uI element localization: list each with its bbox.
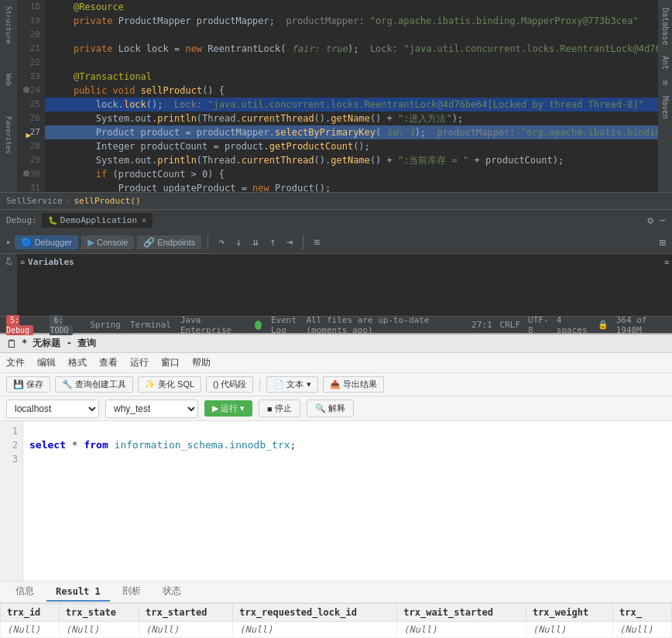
- demo-application-tab[interactable]: 🐛 DemoApplication ×: [42, 213, 153, 228]
- line-num-19: 19: [17, 14, 45, 28]
- code-area: Structure Web Favorites 18 19 20 21 22 2…: [0, 0, 672, 192]
- run-button[interactable]: ▶ 运行 ▾: [204, 400, 252, 417]
- sql-results: 信息 Result 1 剖析 状态 trx_id trx_state trx_s…: [0, 581, 672, 638]
- query-builder-button[interactable]: 🔧 查询创建工具: [55, 376, 133, 393]
- breadcrumb-method: sellProduct(): [74, 196, 140, 206]
- text-button[interactable]: 📄 文本 ▾: [266, 376, 317, 393]
- debugger-button[interactable]: 🔵 Debugger: [15, 235, 78, 249]
- debug-settings: ⚙ −: [647, 214, 666, 226]
- code-snippet-button[interactable]: () 代码段: [206, 376, 253, 393]
- debug-badge[interactable]: 5: Debug: [6, 315, 40, 335]
- line-num-21: 21: [17, 42, 45, 56]
- code-lines: @Resource private ProductMapper productM…: [45, 0, 658, 192]
- beautify-sql-button[interactable]: ✨ 美化 SQL: [138, 376, 201, 393]
- cell-trx-weight: (Null): [526, 622, 612, 638]
- dbg-right-icons: ⊞: [660, 236, 666, 249]
- sql-line-numbers: 1 2 3: [0, 421, 23, 581]
- col-trx-wait-started: trx_wait_started: [397, 604, 526, 622]
- sql-code-line-3: [29, 452, 666, 466]
- line-num-23: 23: [17, 70, 45, 84]
- status-encoding[interactable]: UTF-8: [528, 315, 549, 335]
- menu-format[interactable]: 格式: [68, 356, 87, 369]
- maven-tab[interactable]: Maven: [660, 91, 671, 124]
- var-settings-icon[interactable]: ≡: [664, 258, 669, 266]
- endpoints-icon: 🔗: [143, 237, 155, 248]
- favorites-tab[interactable]: Favorites: [2, 111, 15, 158]
- status-crlf[interactable]: CRLF: [500, 320, 521, 330]
- event-log-label[interactable]: Event Log: [271, 315, 307, 335]
- query-builder-label: 查询创建工具: [75, 379, 126, 390]
- breadcrumb: SellService › sellProduct(): [0, 192, 672, 209]
- menu-view[interactable]: 查看: [99, 356, 118, 369]
- step-into-icon[interactable]: ↓: [231, 235, 245, 249]
- result1-tab[interactable]: Result 1: [46, 583, 110, 602]
- status-left: 5: Debug 6: TODO Spring Terminal Java En…: [6, 315, 306, 335]
- menu-help[interactable]: 帮助: [192, 356, 211, 369]
- menu-edit[interactable]: 编辑: [37, 356, 56, 369]
- code-line-24: public void sellProduct() {: [45, 84, 658, 98]
- code-line-23: @Transactional: [45, 70, 658, 84]
- beautify-icon: ✨: [145, 379, 156, 389]
- cell-trx-requested-lock-id: (Null): [233, 622, 397, 638]
- sql-table-area: trx_id trx_state trx_started trx_request…: [0, 603, 672, 638]
- variables-title: Variables: [28, 257, 74, 267]
- debug-badge-label[interactable]: 5: Debug: [6, 315, 33, 335]
- explain-button[interactable]: 🔍 解释: [307, 400, 354, 417]
- force-step-into-icon[interactable]: ⇊: [249, 235, 262, 249]
- profiling-tab[interactable]: 剖析: [113, 581, 150, 602]
- m-tab[interactable]: m: [660, 76, 671, 90]
- code-line-26: System.out.println(Thread.currentThread(…: [45, 111, 658, 125]
- status-tab[interactable]: 状态: [153, 581, 190, 602]
- terminal-label[interactable]: Terminal: [130, 320, 171, 330]
- console-button[interactable]: ▶ Console: [81, 235, 134, 249]
- sql-line-num-2: 2: [0, 438, 22, 452]
- menu-file[interactable]: 文件: [6, 356, 25, 369]
- layout-icon[interactable]: ⊞: [660, 236, 666, 249]
- debug-tabbar: Debug: 🐛 DemoApplication × ⚙ −: [0, 209, 672, 231]
- export-button[interactable]: 📤 导出结果: [323, 376, 384, 393]
- run-label: 运行 ▾: [221, 403, 245, 414]
- todo-badge[interactable]: 6: TODO: [50, 315, 81, 335]
- database-tab[interactable]: Database: [660, 3, 671, 50]
- line-num-20: 20: [17, 28, 45, 42]
- evaluate-icon[interactable]: ≡: [310, 235, 324, 249]
- line-num-22: 22: [17, 56, 45, 70]
- ant-tab[interactable]: Ant: [660, 51, 671, 74]
- endpoints-button[interactable]: 🔗 Endpoints: [137, 235, 201, 249]
- status-indent[interactable]: 4 spaces: [557, 315, 590, 335]
- todo-badge-label[interactable]: 6: TODO: [50, 315, 72, 335]
- status-bar: 5: Debug 6: TODO Spring Terminal Java En…: [0, 316, 672, 333]
- ide-section: Structure Web Favorites 18 19 20 21 22 2…: [0, 0, 672, 333]
- var-sidebar-label[interactable]: ≡2: [5, 257, 12, 266]
- settings-icon[interactable]: ⚙: [647, 214, 653, 226]
- info-tab[interactable]: 信息: [6, 581, 43, 602]
- sql-toolbar: 💾 保存 🔧 查询创建工具 ✨ 美化 SQL () 代码段 📄 文本 ▾ 📤 导…: [0, 373, 672, 396]
- status-right: All files are up-to-date (moments ago) 2…: [306, 315, 666, 335]
- app-name: DemoApplication: [60, 215, 137, 225]
- step-over-icon[interactable]: ↷: [214, 235, 228, 249]
- tab-close-icon[interactable]: ×: [142, 216, 146, 225]
- host-select[interactable]: localhost: [6, 400, 99, 418]
- database-select[interactable]: why_test: [105, 400, 198, 418]
- java-enterprise-label[interactable]: Java Enterprise: [180, 315, 239, 335]
- text-icon: 📄: [273, 379, 284, 389]
- save-button[interactable]: 💾 保存: [6, 376, 50, 393]
- code-line-21: private Lock lock = new ReentrantLock( f…: [45, 42, 658, 56]
- debugger-label: Debugger: [35, 238, 72, 247]
- web-tab[interactable]: Web: [2, 64, 15, 95]
- sql-code-lines[interactable]: select * from information_schema.innodb_…: [23, 421, 672, 581]
- sql-titlebar: 🗒 * 无标题 - 查询: [0, 334, 672, 353]
- structure-tab[interactable]: Structure: [2, 2, 15, 48]
- stop-button[interactable]: ■ 停止: [259, 400, 300, 417]
- minimize-icon[interactable]: −: [660, 214, 666, 226]
- menu-window[interactable]: 窗口: [161, 356, 180, 369]
- sql-app-icon: 🗒: [6, 338, 17, 350]
- run-to-cursor-icon[interactable]: ⇥: [283, 235, 297, 249]
- sql-title: * 无标题 - 查询: [22, 337, 96, 350]
- expand-icon[interactable]: ▸: [6, 237, 12, 247]
- spring-label[interactable]: Spring: [90, 320, 121, 330]
- line-num-26: 26: [17, 111, 45, 125]
- menu-run[interactable]: 运行: [130, 356, 149, 369]
- step-out-icon[interactable]: ↑: [266, 235, 279, 249]
- code-line-27: Product product = productMapper.selectBy…: [45, 125, 658, 139]
